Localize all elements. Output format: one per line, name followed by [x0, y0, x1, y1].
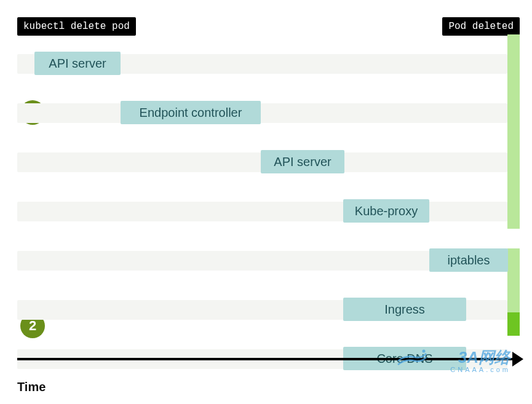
- lane-endpoint-controller: Endpoint controller: [17, 101, 520, 125]
- lane-kube-proxy: Kube-proxy: [17, 199, 520, 224]
- bar-api-server-1: API server: [34, 52, 121, 75]
- timeline-lanes: API server Endpoint controller API serve…: [17, 44, 520, 290]
- start-tag: kubectl delete pod: [17, 17, 136, 36]
- end-tag: Pod deleted: [442, 17, 520, 36]
- time-axis-label: Time: [17, 380, 46, 394]
- lane-api-server-1: API server: [17, 52, 520, 76]
- time-axis-arrow-icon: [512, 352, 523, 366]
- lane-api-server-2: API server: [17, 150, 520, 175]
- bar-ingress: Ingress: [343, 298, 466, 321]
- time-axis: [17, 358, 520, 360]
- lane-ingress: Ingress: [17, 298, 520, 322]
- bar-api-server-2: API server: [261, 150, 344, 173]
- lane-iptables: iptables: [17, 248, 520, 273]
- bar-kube-proxy: Kube-proxy: [343, 199, 429, 223]
- bar-endpoint-controller: Endpoint controller: [121, 101, 261, 124]
- bar-iptables: iptables: [429, 248, 508, 272]
